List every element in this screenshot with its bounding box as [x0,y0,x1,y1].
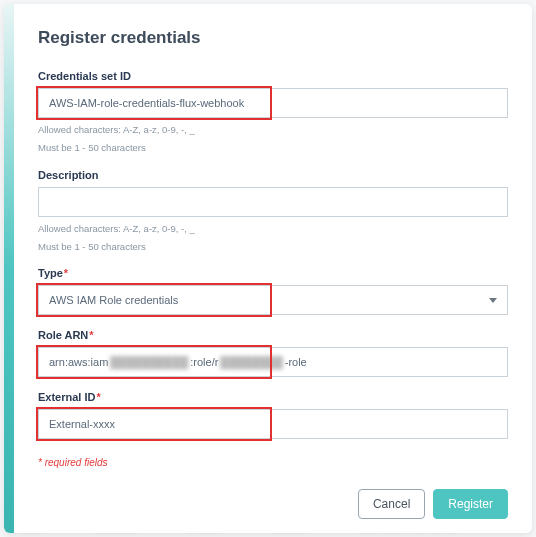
type-label: Type* [38,267,508,279]
role-arn-input[interactable]: arn:aws:iam██████████:role/r████████-rol… [38,347,508,377]
field-credentials-id: Credentials set ID Allowed characters: A… [38,70,508,155]
dialog-accent-stripe [4,4,14,533]
required-star: * [96,391,100,403]
external-id-input[interactable] [38,409,508,439]
description-label: Description [38,169,508,181]
description-help1: Allowed characters: A-Z, a-z, 0-9, -, _ [38,222,508,235]
cancel-button[interactable]: Cancel [358,489,425,519]
field-description: Description Allowed characters: A-Z, a-z… [38,169,508,254]
field-role-arn: Role ARN* arn:aws:iam██████████:role/r██… [38,329,508,377]
credentials-id-help2: Must be 1 - 50 characters [38,141,508,154]
type-select[interactable]: AWS IAM Role credentials [38,285,508,315]
external-id-label: External ID* [38,391,508,403]
register-credentials-dialog: Register credentials Credentials set ID … [4,4,532,533]
dialog-title: Register credentials [38,28,508,48]
role-arn-label: Role ARN* [38,329,508,341]
field-type: Type* AWS IAM Role credentials [38,267,508,315]
credentials-id-input[interactable] [38,88,508,118]
credentials-id-label: Credentials set ID [38,70,508,82]
description-input[interactable] [38,187,508,217]
type-select-value: AWS IAM Role credentials [49,294,178,306]
required-star: * [64,267,68,279]
required-star: * [89,329,93,341]
register-button[interactable]: Register [433,489,508,519]
chevron-down-icon [489,298,497,303]
description-help2: Must be 1 - 50 characters [38,240,508,253]
dialog-button-row: Cancel Register [38,471,508,519]
required-fields-note: * required fields [38,457,508,468]
field-external-id: External ID* [38,391,508,439]
credentials-id-help1: Allowed characters: A-Z, a-z, 0-9, -, _ [38,123,508,136]
dialog-body: Register credentials Credentials set ID … [14,4,532,533]
